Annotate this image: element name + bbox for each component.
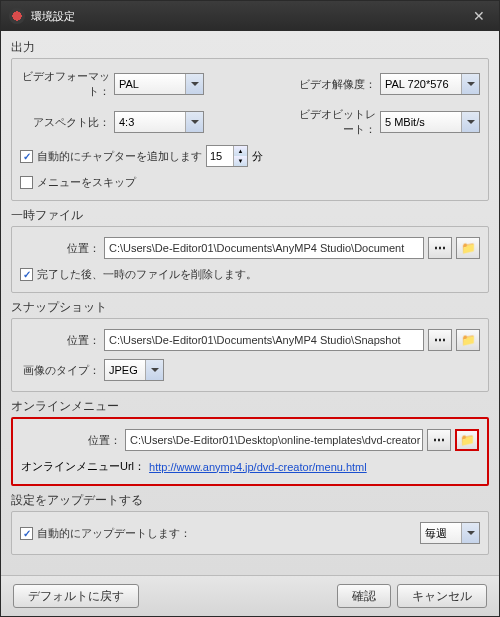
resolution-label: ビデオ解像度： (296, 77, 376, 92)
section-online-menu-title: オンラインメニュー (11, 398, 489, 415)
section-snapshot-title: スナップショット (11, 299, 489, 316)
titlebar: 環境設定 ✕ (1, 1, 499, 31)
app-icon (9, 8, 25, 24)
close-button[interactable]: ✕ (467, 4, 491, 28)
update-frequency-value: 毎週 (425, 526, 447, 541)
delete-temp-checkbox[interactable]: 完了した後、一時のファイルを削除します。 (20, 267, 257, 282)
bitrate-value: 5 MBit/s (385, 116, 425, 128)
section-output-title: 出力 (11, 39, 489, 56)
section-snapshot: スナップショット 位置： C:\Users\De-Editor01\Docume… (11, 299, 489, 392)
checkbox-icon (20, 176, 33, 189)
snapshot-path-value: C:\Users\De-Editor01\Documents\AnyMP4 St… (109, 334, 401, 346)
section-online-menu: オンラインメニュー 位置： C:\Users\De-Editor01\Deskt… (11, 398, 489, 486)
snapshot-open-folder-button[interactable] (456, 329, 480, 351)
video-format-label: ビデオフォーマット： (20, 69, 110, 99)
snapshot-type-value: JPEG (109, 364, 138, 376)
footer: デフォルトに戻す 確認 キャンセル (1, 575, 499, 616)
chevron-down-icon (461, 112, 479, 132)
section-output-box: ビデオフォーマット： PAL ビデオ解像度： PAL 720*576 アスペクト… (11, 58, 489, 201)
tempfile-path-input[interactable]: C:\Users\De-Editor01\Documents\AnyMP4 St… (104, 237, 424, 259)
tempfile-open-folder-button[interactable] (456, 237, 480, 259)
snapshot-path-label: 位置： (20, 333, 100, 348)
bitrate-select[interactable]: 5 MBit/s (380, 111, 480, 133)
skip-menu-label: メニューをスキップ (37, 175, 136, 190)
chapter-minutes-value: 15 (210, 150, 222, 162)
section-online-menu-box: 位置： C:\Users\De-Editor01\Desktop\online-… (11, 417, 489, 486)
snapshot-browse-button[interactable] (428, 329, 452, 351)
section-snapshot-box: 位置： C:\Users\De-Editor01\Documents\AnyMP… (11, 318, 489, 392)
section-output: 出力 ビデオフォーマット： PAL ビデオ解像度： PAL 720*576 (11, 39, 489, 201)
auto-chapter-label: 自動的にチャプターを追加します (37, 149, 202, 164)
update-frequency-select[interactable]: 毎週 (420, 522, 480, 544)
tempfile-path-value: C:\Users\De-Editor01\Documents\AnyMP4 St… (109, 242, 404, 254)
restore-defaults-button[interactable]: デフォルトに戻す (13, 584, 139, 608)
bitrate-label: ビデオビットレート： (296, 107, 376, 137)
resolution-select[interactable]: PAL 720*576 (380, 73, 480, 95)
spin-up-icon[interactable]: ▲ (233, 146, 247, 156)
tempfile-browse-button[interactable] (428, 237, 452, 259)
section-update-box: 自動的にアップデートします： 毎週 (11, 511, 489, 555)
aspect-label: アスペクト比： (20, 115, 110, 130)
chevron-down-icon (145, 360, 163, 380)
chevron-down-icon (185, 74, 203, 94)
section-tempfile-box: 位置： C:\Users\De-Editor01\Documents\AnyMP… (11, 226, 489, 293)
content-area: 出力 ビデオフォーマット： PAL ビデオ解像度： PAL 720*576 (1, 31, 499, 575)
window-title: 環境設定 (31, 9, 467, 24)
delete-temp-label: 完了した後、一時のファイルを削除します。 (37, 267, 257, 282)
settings-window: 環境設定 ✕ 出力 ビデオフォーマット： PAL ビデオ解像度： PAL 720… (0, 0, 500, 617)
online-menu-browse-button[interactable] (427, 429, 451, 451)
chapter-minutes-unit: 分 (252, 149, 263, 164)
ok-button[interactable]: 確認 (337, 584, 391, 608)
auto-update-label: 自動的にアップデートします： (37, 526, 191, 541)
section-update-title: 設定をアップデートする (11, 492, 489, 509)
snapshot-path-input[interactable]: C:\Users\De-Editor01\Documents\AnyMP4 St… (104, 329, 424, 351)
section-tempfile: 一時ファイル 位置： C:\Users\De-Editor01\Document… (11, 207, 489, 293)
section-update: 設定をアップデートする 自動的にアップデートします： 毎週 (11, 492, 489, 555)
auto-chapter-checkbox[interactable]: 自動的にチャプターを追加します (20, 149, 202, 164)
online-menu-url-link[interactable]: http://www.anymp4.jp/dvd-creator/menu.ht… (149, 461, 367, 473)
snapshot-type-label: 画像のタイプ： (20, 363, 100, 378)
online-menu-path-label: 位置： (21, 433, 121, 448)
online-menu-path-input[interactable]: C:\Users\De-Editor01\Desktop\online-temp… (125, 429, 423, 451)
section-tempfile-title: 一時ファイル (11, 207, 489, 224)
cancel-button[interactable]: キャンセル (397, 584, 487, 608)
checkbox-icon (20, 268, 33, 281)
aspect-value: 4:3 (119, 116, 134, 128)
video-format-select[interactable]: PAL (114, 73, 204, 95)
chevron-down-icon (461, 523, 479, 543)
online-menu-url-label: オンラインメニューUrl： (21, 459, 145, 474)
checkbox-icon (20, 527, 33, 540)
chapter-minutes-spinner[interactable]: 15 ▲▼ (206, 145, 248, 167)
snapshot-type-select[interactable]: JPEG (104, 359, 164, 381)
tempfile-path-label: 位置： (20, 241, 100, 256)
chevron-down-icon (461, 74, 479, 94)
spin-down-icon[interactable]: ▼ (233, 156, 247, 166)
auto-update-checkbox[interactable]: 自動的にアップデートします： (20, 526, 191, 541)
video-format-value: PAL (119, 78, 139, 90)
skip-menu-checkbox[interactable]: メニューをスキップ (20, 175, 136, 190)
aspect-select[interactable]: 4:3 (114, 111, 204, 133)
checkbox-icon (20, 150, 33, 163)
resolution-value: PAL 720*576 (385, 78, 449, 90)
online-menu-path-value: C:\Users\De-Editor01\Desktop\online-temp… (130, 434, 420, 446)
online-menu-open-folder-button[interactable] (455, 429, 479, 451)
chevron-down-icon (185, 112, 203, 132)
